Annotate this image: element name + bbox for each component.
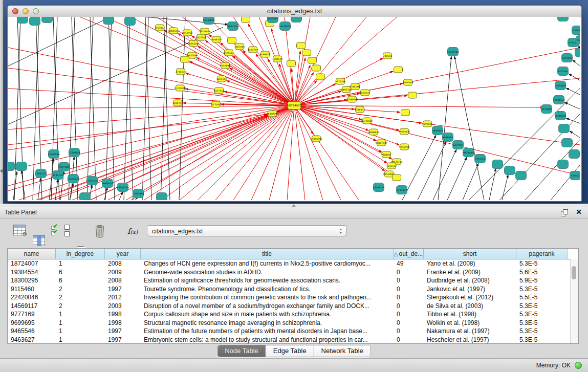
graph-node-teal[interactable] (17, 17, 28, 24)
column-header-name[interactable]: name (8, 249, 56, 259)
graph-node-teal[interactable]: 17942757 (35, 169, 47, 178)
graph-node-teal[interactable]: 17957225 (86, 177, 98, 185)
graph-node-teal[interactable]: 12923448 (133, 189, 144, 198)
graph-node-yellow[interactable] (312, 65, 321, 71)
graph-node-yellow[interactable]: 9242848 (220, 62, 230, 69)
graph-node-yellow[interactable]: 9327505 (196, 34, 206, 40)
graph-node-teal[interactable] (103, 17, 114, 25)
graph-node-yellow[interactable]: 18724007 (287, 102, 301, 110)
scrollbar-thumb[interactable] (572, 266, 576, 279)
graph-node-teal[interactable] (575, 49, 580, 57)
graph-node-yellow[interactable]: 9699695 (422, 121, 432, 127)
table-row[interactable]: 1938455462009Genome-wide association stu… (8, 268, 578, 277)
column-header-year[interactable]: year (105, 249, 141, 259)
graph-node-yellow[interactable]: 8860128 (168, 28, 179, 34)
graph-node-teal[interactable] (8, 162, 15, 171)
graph-node-yellow[interactable]: 2718170 (176, 69, 186, 75)
graph-node-teal[interactable]: 11548108 (572, 26, 580, 35)
graph-node-teal[interactable]: 1221987 (576, 36, 580, 45)
graph-node-yellow[interactable]: 1979749 (403, 79, 413, 85)
column-header-out_de[interactable]: △out_de... (394, 249, 424, 259)
graph-node-teal[interactable] (125, 17, 136, 26)
column-header-short[interactable]: short (424, 249, 516, 259)
graph-node-teal[interactable]: 16033809 (203, 17, 215, 25)
column-header-title[interactable]: title (141, 249, 394, 259)
graph-node-yellow[interactable]: 10688639 (368, 129, 380, 135)
graph-node-teal[interactable]: 924502 (570, 171, 580, 180)
graph-node-yellow[interactable]: 15720407 (361, 118, 373, 124)
graph-node-yellow[interactable]: 2867608 (234, 43, 245, 50)
table-row[interactable]: 946362711997Embryonic stem cells: a mode… (8, 336, 578, 344)
graph-node-yellow[interactable]: 1615132 (386, 163, 397, 169)
vertical-scrollbar[interactable] (570, 259, 578, 343)
graph-node-yellow[interactable] (308, 57, 317, 63)
window-titlebar[interactable]: citations_edges.txt (8, 6, 581, 17)
table-row[interactable]: 969969511998Structural magnetic resonanc… (8, 319, 578, 327)
graph-node-teal[interactable] (569, 150, 580, 159)
select-all-icon[interactable]: ✔ ✔ (51, 225, 60, 237)
graph-node-yellow[interactable] (287, 60, 296, 67)
graph-node-teal[interactable]: 12444154 (553, 96, 565, 104)
graph-node-yellow[interactable]: 16543382 (188, 40, 200, 47)
graph-node-yellow[interactable]: 9497568 (341, 86, 352, 93)
graph-node-teal[interactable]: 2933510 (475, 155, 486, 163)
graph-node-yellow[interactable]: 9884067 (381, 151, 391, 158)
graph-node-teal[interactable]: 9227342 (558, 67, 569, 76)
graph-node-teal[interactable]: 1145194 (53, 171, 63, 180)
graph-node-yellow[interactable]: 748503 (383, 53, 391, 59)
graph-node-teal[interactable]: 14196141 (373, 183, 385, 192)
column-header-in_degree[interactable]: in_degree (56, 249, 105, 259)
graph-node-yellow[interactable]: 18300295 (267, 111, 278, 117)
graph-node-teal[interactable] (16, 162, 27, 171)
graph-node-yellow[interactable] (228, 37, 236, 43)
graph-node-yellow[interactable]: 1588520 (272, 56, 282, 62)
graph-node-teal[interactable]: 16958107 (102, 179, 114, 188)
graph-node-teal[interactable]: 20206536 (48, 150, 60, 159)
memory-status-icon[interactable] (575, 362, 582, 369)
show-columns-icon[interactable] (33, 235, 45, 246)
graph-node-teal[interactable]: 9097588 (59, 163, 70, 171)
graph-node-teal[interactable]: 13505135 (68, 174, 79, 183)
graph-node-yellow[interactable]: 12213593 (175, 85, 186, 91)
graph-node-teal[interactable]: 19218506 (279, 22, 291, 31)
graph-node-teal[interactable]: 8938923 (443, 133, 453, 142)
graph-node-teal[interactable]: 17359924 (69, 148, 80, 157)
table-row[interactable]: 946554611997Estimation of the future num… (8, 327, 578, 336)
network-window[interactable]: citations_edges.txt 75638228860128891295… (7, 5, 582, 202)
graph-node-yellow[interactable]: 21364486 (346, 96, 358, 102)
graph-node-yellow[interactable] (401, 110, 410, 116)
graph-node-yellow[interactable] (242, 17, 250, 23)
graph-node-teal[interactable]: 6479197 (453, 141, 464, 149)
graph-node-teal[interactable]: 16648784 (447, 48, 459, 56)
graph-node-teal[interactable] (558, 160, 569, 169)
column-header-pagerank[interactable]: pagerank (516, 249, 568, 259)
network-canvas[interactable]: 7563822886012889129542322605893275051654… (8, 17, 580, 200)
graph-node-teal[interactable] (80, 193, 91, 201)
graph-node-yellow[interactable]: 8912954 (182, 30, 192, 36)
graph-node-teal[interactable] (42, 17, 53, 23)
graph-node-yellow[interactable]: 5475685 (224, 50, 234, 56)
graph-node-teal[interactable]: 1840954 (432, 126, 443, 135)
graph-node-yellow[interactable]: 7563822 (155, 25, 165, 31)
graph-node-teal[interactable] (562, 139, 573, 147)
graph-node-teal[interactable] (558, 17, 569, 21)
table-mode-icon[interactable]: ⚙ (13, 225, 26, 235)
graph-node-yellow[interactable]: 7386372 (355, 106, 365, 113)
graph-node-teal[interactable] (516, 171, 527, 180)
graph-node-teal[interactable]: 12093832 (555, 81, 567, 90)
graph-node-yellow[interactable]: 19384554 (311, 136, 322, 142)
tab-node-table[interactable]: Node Table (217, 345, 266, 357)
tab-edge-table[interactable]: Edge Table (266, 345, 314, 357)
graph-node-yellow[interactable]: 9777169 (335, 78, 345, 84)
graph-node-teal[interactable]: 1733426 (397, 186, 407, 194)
graph-node-teal[interactable]: 16782759 (117, 183, 129, 192)
graph-node-teal[interactable] (492, 160, 503, 169)
graph-node-yellow[interactable] (394, 67, 403, 73)
deselect-all-icon[interactable] (64, 225, 69, 236)
graph-node-yellow[interactable]: 19654923 (399, 128, 410, 135)
graph-node-teal[interactable]: 16210643 (555, 112, 567, 120)
panel-resize-grip[interactable] (0, 204, 588, 207)
network-graph[interactable]: 7563822886012889129542322605893275051654… (8, 17, 580, 200)
graph-node-yellow[interactable]: 23226058 (199, 28, 211, 34)
graph-node-teal[interactable] (505, 166, 515, 175)
